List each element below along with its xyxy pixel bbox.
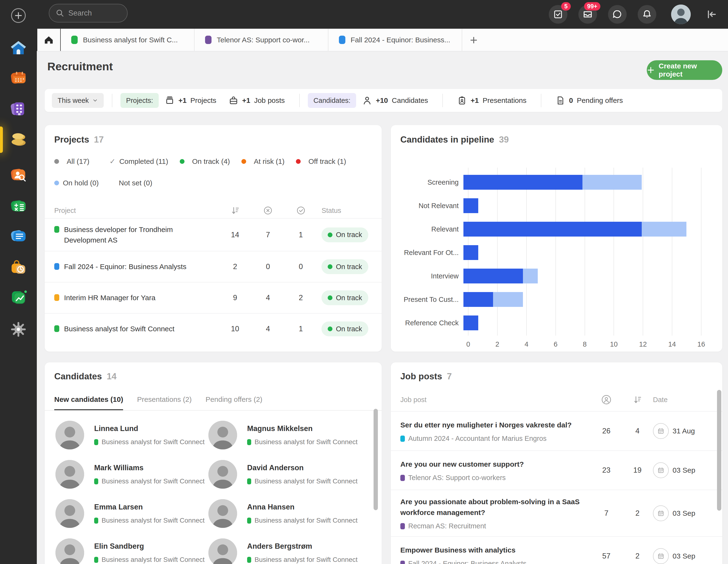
notifications-button[interactable] [638,5,656,24]
status-filter[interactable]: On hold (0) [54,179,99,187]
project-count-accepted: 1 [284,325,317,333]
status-filter-label: At risk (1) [254,157,284,165]
sort-column-header[interactable] [622,395,653,405]
status-filter[interactable]: Off track (1) [296,157,346,165]
candidate-item[interactable]: Elin Sandberg Business analyst for Swift… [55,533,208,564]
chart-bar-segment-primary[interactable] [463,198,478,213]
status-filter[interactable]: ✓ Completed (11) [101,157,168,165]
chart-bar-segment-secondary[interactable] [493,292,523,307]
status-filter[interactable]: All (17) [54,157,89,165]
chevron-down-icon [92,98,98,103]
inbox-button[interactable]: 99+ [578,5,597,24]
status-filter[interactable]: At risk (1) [241,157,284,165]
project-row[interactable]: Business analyst for Swift Connect 10 4 … [45,313,382,344]
jobpost-candidates-count: 23 [591,466,622,475]
period-label: This week [58,97,89,104]
create-new-project-button[interactable]: Create new project [647,60,722,80]
candidate-name: Emma Larsen [94,503,205,511]
add-button[interactable] [0,2,37,29]
tasks-button[interactable]: 5 [549,5,567,24]
project-tab[interactable]: Business analyst for Swift C... [61,29,195,51]
jobposts-added-stat[interactable]: +1 Job posts [229,96,285,105]
sidebar-item-time[interactable] [0,255,37,281]
candidates-tab[interactable]: Presentations (2) [137,395,191,410]
collapse-panel-button[interactable] [706,9,717,20]
jobpost-row[interactable]: Are you passionate about problem-solving… [391,490,722,536]
messages-button[interactable] [608,5,627,24]
sidebar-item-home[interactable] [0,35,37,61]
sidebar-item-documents[interactable] [0,223,37,249]
project-row[interactable]: Business developer for Trondheim Develop… [45,218,382,251]
search-input[interactable]: Search [49,4,128,22]
sidebar-item-analytics[interactable] [0,285,37,311]
chart-bar-segment-primary[interactable] [463,175,582,190]
jobpost-row[interactable]: Ser du etter nye muligheter i Norges vak… [391,411,722,450]
pending-offers-stat[interactable]: 0 Pending offers [556,96,623,105]
candidate-item[interactable]: Linnea Lund Business analyst for Swift C… [55,416,208,455]
candidate-avatar [208,421,237,449]
project-status-filters: All (17) ✓ Completed (11) On track (4) [45,157,382,165]
candidate-item[interactable]: Magnus Mikkelsen Business analyst for Sw… [208,416,361,455]
chart-category-label: Relevant [391,225,463,233]
sidebar-item-candidates[interactable] [0,126,37,153]
candidate-item[interactable]: David Anderson Business analyst for Swif… [208,455,361,494]
chart-bar-segment-primary[interactable] [463,245,478,260]
period-select[interactable]: This week [52,93,104,108]
chart-bar-segment-primary[interactable] [463,268,523,284]
rejected-column-header[interactable] [251,206,284,215]
chart-bar-row: Relevant [391,217,701,241]
sort-column-header[interactable] [219,206,252,215]
tab-label: Fall 2024 - Equinor: Business... [351,36,450,44]
sidebar-item-companies[interactable] [0,96,37,122]
presentations-added-stat[interactable]: +1 Presentations [457,96,527,105]
status-badge: On track [321,322,368,336]
chart-bar-segment-secondary[interactable] [523,268,538,284]
chart-bar-segment-secondary[interactable] [642,222,686,236]
chart-category-label: Not Relevant [391,202,463,210]
project-count-accepted: 0 [284,262,317,271]
candidates-tab[interactable]: New candidates (10) [54,395,123,410]
user-avatar[interactable] [671,5,691,24]
project-row[interactable]: Interim HR Manager for Yara 9 4 2 On tra… [45,282,382,313]
candidate-name: David Anderson [247,464,358,472]
jobpost-new-count: 4 [622,427,653,435]
avatar-photo [208,499,237,528]
chart-bar-segment-primary[interactable] [463,292,493,307]
jobpost-row[interactable]: Are you our new customer support? Teleno… [391,450,722,490]
new-tab-button[interactable]: + [462,29,485,51]
tab-color-square [205,36,212,44]
jobposts-table-rows: Ser du etter nye muligheter i Norges vak… [391,411,722,564]
candidate-project: Business analyst for Swift Connect [102,556,205,564]
sidebar-item-calendar[interactable] [0,65,37,91]
chart-bar-segment-primary[interactable] [463,316,478,330]
sidebar-item-calculations[interactable] [0,193,37,219]
chart-bar-segment-secondary[interactable] [582,175,642,190]
candidate-avatar [55,538,84,564]
project-tab[interactable]: Telenor AS: Support co-wor... [195,29,328,51]
project-row[interactable]: Fall 2024 - Equinor: Business Analysts 2… [45,251,382,282]
chart-bar-segment-primary[interactable] [463,222,642,236]
candidate-item[interactable]: Anna Hansen Business analyst for Swift C… [208,494,361,533]
status-filter[interactable]: On track (4) [180,157,230,165]
accepted-column-header[interactable] [284,206,317,215]
sidebar-item-settings[interactable] [0,316,37,343]
candidates-added-stat[interactable]: +10 Candidates [362,96,428,105]
col-date-label: Date [653,396,713,404]
calendar-circle-icon [653,548,669,564]
projects-added-stat[interactable]: +1 Projects [165,96,216,105]
candidates-scrollbar[interactable] [374,409,378,510]
candidate-item[interactable]: Anders Bergstrøm Business analyst for Sw… [208,533,361,564]
jobpost-row[interactable]: Empower Business with analytics Fall 202… [391,536,722,564]
tab-home[interactable] [37,29,61,51]
candidates-tab[interactable]: Pending offers (2) [206,395,262,410]
sidebar-item-candidate-search[interactable] [0,162,37,188]
jobposts-scrollbar[interactable] [717,390,721,511]
project-tab[interactable]: Fall 2024 - Equinor: Business... [328,29,462,51]
gear-icon [10,321,27,338]
status-filter[interactable]: Not set (0) [110,179,152,187]
candidates-column-header[interactable] [591,395,622,405]
candidate-item[interactable]: Emma Larsen Business analyst for Swift C… [55,494,208,533]
candidate-item[interactable]: Mark Williams Business analyst for Swift… [55,455,208,494]
project-color-dot [94,557,98,563]
candidate-name: Anna Hansen [247,503,358,511]
